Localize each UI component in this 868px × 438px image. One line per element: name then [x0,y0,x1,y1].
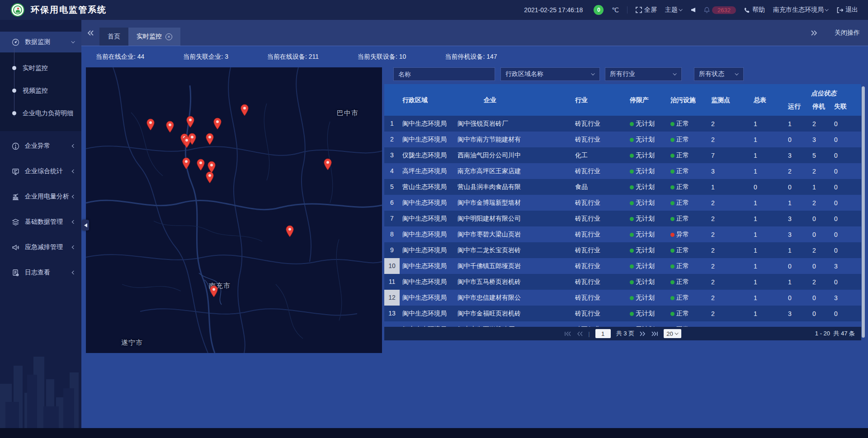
skyline-decoration [0,330,81,438]
prev-page-button[interactable] [577,331,583,336]
map-pin-icon[interactable] [205,133,215,147]
sidebar-item-label: 数据监测 [25,38,50,46]
map-pin-icon[interactable] [182,136,192,150]
cell-region: 阆中生态环境局 [400,215,455,223]
sidebar-subitem-1[interactable]: 视频监控 [0,80,81,102]
mute-button[interactable] [691,7,696,13]
table-row[interactable]: 12阆中生态环境局阆中市忠信建材有限公砖瓦行业无计划正常21003 [384,290,861,306]
chevron-left-icon [72,220,75,224]
table-row[interactable]: 4高坪生态环境局南充市高坪区王家店建砖瓦行业无计划正常31220 [384,163,861,179]
cell-industry: 砖瓦行业 [571,199,628,207]
notifications[interactable]: 2632 [704,6,736,14]
cell-running-count: 3 [786,152,809,159]
sidebar-item-1[interactable]: 企业异常 [0,136,81,156]
help-button[interactable]: 帮助 [744,6,765,14]
sidebar-item-5[interactable]: 应急减排管理 [0,237,81,258]
divider [627,6,627,14]
map-collapse-button[interactable] [82,220,89,231]
sidebar-item-6[interactable]: 日志查看 [0,262,81,283]
total-pages-label: 共 3 页 [616,330,634,338]
cell-meter-count: 1 [750,199,786,207]
status-dot-icon [630,249,634,253]
status-dot-icon [670,154,675,158]
map-pin-icon[interactable] [205,171,215,185]
tabs-scroll-left-button[interactable] [81,24,99,42]
cell-stopped-count: 0 [809,263,831,270]
cell-company: 阆中市金博瑞新型墙材 [455,199,571,207]
tabs-scroll-right-button[interactable] [805,24,823,42]
map-pin-icon[interactable] [209,285,219,299]
cell-meter-count: 1 [750,247,786,254]
name-search-input[interactable] [398,71,490,78]
map-pin-icon[interactable] [165,121,175,135]
table-row[interactable]: 2阆中生态环境局阆中市南方节能建材有砖瓦行业无计划正常21030 [384,132,861,147]
theme-dropdown[interactable]: 主题 [665,6,683,14]
sidebar-subitem-2[interactable]: 企业电力负荷明细 [0,102,81,125]
last-page-button[interactable] [651,331,658,336]
sidebar-subitem-0[interactable]: 实时监控 [0,57,81,80]
table-row[interactable]: 11阆中生态环境局阆中市五马桥页岩机砖砖瓦行业无计划正常21120 [384,274,861,290]
cell-facility-status: 正常 [669,215,710,223]
fullscreen-button[interactable]: 全屏 [636,6,657,14]
table-row[interactable]: 1阆中生态环境局阆中强锐页岩砖厂砖瓦行业无计划正常21120 [384,116,861,132]
sidebar-item-2[interactable]: 企业综合统计 [0,161,81,182]
status-dot-icon [670,185,675,189]
sidebar-item-3[interactable]: 企业用电量分析 [0,186,81,207]
next-page-button[interactable] [640,331,646,336]
sidebar-item-4[interactable]: 基础数据管理 [0,212,81,232]
cell-industry: 砖瓦行业 [571,278,628,286]
table-row[interactable]: 9阆中生态环境局阆中市二龙长宝页岩砖砖瓦行业无计划正常21120 [384,242,861,258]
cell-meter-count: 1 [750,168,786,175]
cell-running-count: 0 [786,263,809,270]
table-row[interactable]: 13阆中生态环境局阆中市金福旺页岩机砖砖瓦行业无计划正常21300 [384,306,861,321]
chevron-down-icon [735,71,738,75]
timeline-dot-icon [12,66,16,70]
industry-select[interactable]: 所有行业 [605,67,682,81]
cell-facility-status: 异常 [669,231,710,239]
table-row[interactable]: 10阆中生态环境局阆中千佛镇五郎垭页岩砖瓦行业无计划正常21003 [384,258,861,274]
map-pin-icon[interactable] [186,116,195,130]
row-index: 10 [384,258,400,274]
table-row[interactable]: 7阆中生态环境局阆中明阳建材有限公司砖瓦行业无计划正常21300 [384,211,861,226]
map-pin-icon[interactable] [285,225,295,239]
first-page-button[interactable] [564,331,571,336]
map-pin-icon[interactable] [182,157,191,171]
table-scrollbar[interactable] [862,86,865,338]
status-select[interactable]: 所有状态 [694,67,744,81]
cell-disconnected-count: 0 [831,136,861,143]
app-logo-icon [11,3,24,17]
cell-running-count: 1 [786,247,809,254]
tab-realtime-label: 实时监控 [137,33,162,41]
map-pin-icon[interactable] [146,118,156,132]
table-row[interactable]: 8阆中生态环境局阆中市枣碧大梁山页岩砖瓦行业无计划异常21300 [384,226,861,242]
row-index: 1 [384,116,400,132]
table-row[interactable]: 5营山生态环境局营山县润丰肉食品有限食品无计划正常10010 [384,179,861,195]
cell-running-count: 2 [786,168,809,175]
page-number-input[interactable] [595,329,611,338]
cell-running-count: 1 [786,278,809,286]
map-pin-icon[interactable] [323,158,333,172]
map-pin-icon[interactable] [196,159,206,173]
map-pin-icon[interactable] [213,118,222,132]
tab-close-icon[interactable]: × [165,33,172,40]
tab-home[interactable]: 首页 [99,28,128,46]
region-select[interactable]: 行政区域名称 [500,67,600,81]
table-row[interactable]: 14阆中生态环境局阆中大兴页岩机砖厂砖瓦行业无计划正常21120 [384,321,861,327]
close-operations-button[interactable]: 关闭操作 [835,29,860,37]
cell-company: 阆中千佛镇五郎垭页岩 [455,262,571,270]
chevron-down-icon [675,331,678,334]
pagination-range-info: 1 - 20 共 47 条 [815,330,855,338]
sidebar: 数据监测实时监控视频监控企业电力负荷明细企业异常企业综合统计企业用电量分析基础数… [0,20,81,438]
timeline-dot-icon [12,89,16,93]
table-row[interactable]: 3仪陇生态环境局西南油气田分公司川中化工无计划正常71350 [384,147,861,163]
map-panel[interactable]: 巴中市南充市遂宁市 [86,67,382,353]
sidebar-item-0[interactable]: 数据监测 [0,32,81,52]
logout-button[interactable]: 退出 [837,6,858,14]
map-pin-icon[interactable] [240,104,250,118]
tab-realtime-monitor[interactable]: 实时监控 × [128,28,180,46]
cell-meter-count: 1 [750,215,786,222]
page-size-select[interactable]: 20 [664,329,681,338]
org-dropdown[interactable]: 南充市生态环境局 [773,6,829,14]
log-icon [12,269,19,277]
table-row[interactable]: 6阆中生态环境局阆中市金博瑞新型墙材砖瓦行业无计划正常21120 [384,195,861,211]
